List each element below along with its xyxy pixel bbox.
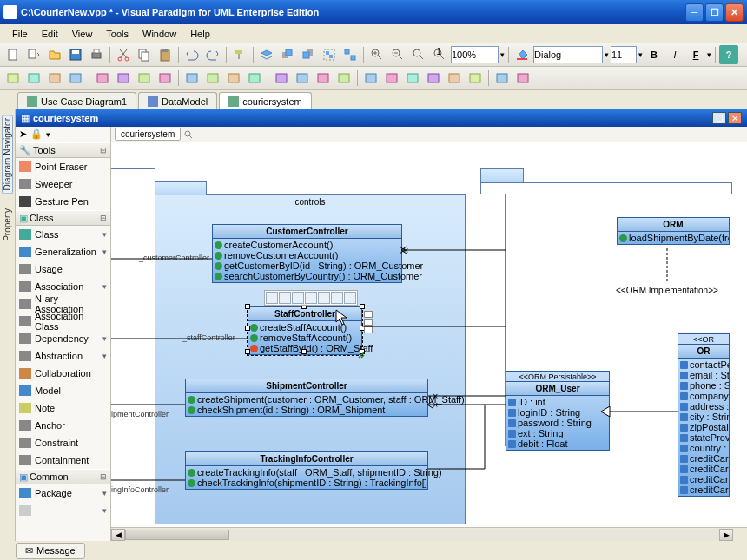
ft-btn-6[interactable] — [331, 292, 343, 304]
class-tracking-controller[interactable]: TrackingInfoController createTrackingInf… — [185, 451, 428, 490]
palette-item-more[interactable]: ▾ — [16, 502, 110, 519]
zoom-icon[interactable] — [184, 130, 193, 139]
ft-btn-5[interactable] — [318, 292, 330, 304]
diagram-btn-7[interactable] — [135, 69, 154, 88]
palette-item-association[interactable]: Association▾ — [16, 278, 110, 295]
scroll-right-button[interactable]: ▶ — [719, 529, 733, 541]
open-button[interactable] — [45, 45, 64, 64]
menu-file[interactable]: File — [5, 27, 35, 41]
palette-item-model[interactable]: Model — [16, 382, 110, 399]
horizontal-scrollbar[interactable]: ◀ ▶ — [111, 527, 747, 541]
selection-tool-icon[interactable]: ➤ — [19, 128, 27, 140]
italic-button[interactable]: I — [665, 45, 684, 64]
palette-item-package[interactable]: Package▾ — [16, 484, 110, 502]
diagram-btn-11[interactable] — [224, 69, 243, 88]
diagram-btn-2[interactable] — [24, 69, 43, 88]
print-button[interactable] — [87, 45, 106, 64]
palette-item-constraint[interactable]: Constraint — [16, 434, 110, 451]
diagram-btn-8[interactable] — [155, 69, 175, 88]
diagram-btn-18[interactable] — [382, 69, 401, 88]
tab-data-model[interactable]: DataModel — [138, 92, 217, 109]
diagram-btn-6[interactable] — [114, 69, 133, 88]
diagram-btn-20[interactable] — [424, 69, 443, 88]
diagram-btn-21[interactable] — [445, 69, 464, 88]
breadcrumb-item[interactable]: couriersystem — [115, 128, 181, 141]
palette-menu-icon[interactable]: ▾ — [46, 130, 50, 139]
diagram-btn-17[interactable] — [361, 69, 380, 88]
redo-button[interactable] — [203, 45, 222, 64]
copy-button[interactable] — [135, 45, 154, 64]
layers-button[interactable] — [257, 45, 276, 64]
palette-item-sweeper[interactable]: Sweeper — [16, 175, 110, 193]
class-staff-controller[interactable]: StaffController createStaffAccount() rem… — [248, 306, 362, 355]
ft-btn-2[interactable] — [279, 292, 291, 304]
palette-item-gesture-pen[interactable]: Gesture Pen — [16, 193, 110, 210]
palette-item-class[interactable]: Class▾ — [16, 226, 110, 243]
palette-item-anchor[interactable]: Anchor — [16, 417, 110, 434]
bring-front-button[interactable] — [278, 45, 297, 64]
font-combo[interactable] — [533, 46, 603, 63]
palette-item-collaboration[interactable]: Collaboration — [16, 365, 110, 382]
footer-message-tab[interactable]: ✉ Message — [16, 543, 85, 559]
group-button[interactable] — [320, 45, 339, 64]
menu-tools[interactable]: Tools — [99, 27, 136, 41]
sh-btn-1[interactable] — [364, 311, 373, 318]
ft-btn-3[interactable] — [292, 292, 304, 304]
diagram-btn-14[interactable] — [293, 69, 312, 88]
diagram-btn-13[interactable] — [272, 69, 291, 88]
ft-btn-1[interactable] — [266, 292, 278, 304]
maximize-button[interactable]: ☐ — [705, 3, 724, 22]
diagram-btn-23[interactable] — [492, 69, 512, 88]
palette-item-association-class[interactable]: Association Class — [16, 313, 110, 330]
fill-color-button[interactable] — [512, 45, 532, 64]
class-orm-right[interactable]: <<OR OR contactPe email : St phone : S c… — [678, 333, 730, 497]
diagram-btn-12[interactable] — [245, 69, 264, 88]
lock-icon[interactable]: 🔒 — [30, 128, 43, 140]
class-orm-user[interactable]: <<ORM Persistable>> ORM_User ID : int lo… — [506, 371, 610, 451]
ft-btn-7[interactable] — [344, 292, 356, 304]
palette-item-usage[interactable]: Usage — [16, 260, 110, 278]
scroll-left-button[interactable]: ◀ — [111, 529, 125, 541]
palette-section-tools[interactable]: 🔧 Tools ⊟ — [16, 142, 110, 158]
zoom-actual-button[interactable]: 1 — [430, 45, 449, 64]
palette-item-abstraction[interactable]: Abstraction▾ — [16, 347, 110, 365]
palette-item-note[interactable]: Note — [16, 399, 110, 417]
palette-item-point-eraser[interactable]: Point Eraser — [16, 158, 110, 175]
help-button[interactable]: ? — [719, 45, 738, 64]
diagram-btn-4[interactable] — [66, 69, 85, 88]
new-dropdown-button[interactable] — [24, 45, 43, 64]
scroll-thumb[interactable] — [125, 530, 229, 540]
sh-btn-2[interactable] — [364, 319, 373, 326]
side-tab-diagram-navigator[interactable]: Diagram Navigator — [2, 115, 13, 194]
menu-window[interactable]: Window — [136, 27, 183, 41]
palette-item-generalization[interactable]: Generalization▾ — [16, 243, 110, 260]
ft-btn-4[interactable] — [305, 292, 317, 304]
tab-couriersystem[interactable]: couriersystem — [219, 92, 311, 109]
resize-grip-icon[interactable] — [357, 351, 366, 359]
palette-item-dependency[interactable]: Dependency▾ — [16, 330, 110, 347]
tab-use-case-diagram[interactable]: Use Case Diagram1 — [17, 92, 136, 109]
palette-item-containment[interactable]: Containment — [16, 451, 110, 469]
send-back-button[interactable] — [299, 45, 318, 64]
ungroup-button[interactable] — [340, 45, 360, 64]
diagram-btn-16[interactable] — [334, 69, 354, 88]
undo-button[interactable] — [182, 45, 202, 64]
minimize-button[interactable]: ─ — [685, 3, 704, 22]
diagram-canvas[interactable]: controls _customerController _staffContr… — [111, 142, 747, 527]
diagram-btn-19[interactable] — [403, 69, 422, 88]
diagram-btn-9[interactable] — [182, 69, 202, 88]
diagram-btn-5[interactable] — [93, 69, 112, 88]
menu-help[interactable]: Help — [183, 27, 217, 41]
format-copy-button[interactable] — [230, 45, 249, 64]
class-orm-top[interactable]: ORM loadShipmentByDate(from — [617, 217, 730, 245]
diagram-btn-22[interactable] — [466, 69, 485, 88]
diagram-btn-15[interactable] — [314, 69, 333, 88]
close-button[interactable]: ✕ — [725, 3, 744, 22]
side-tab-property[interactable]: Property — [3, 206, 12, 244]
inner-close-button[interactable]: ✕ — [728, 112, 742, 124]
class-customer-controller[interactable]: CustomerController createCustomerAccount… — [212, 224, 402, 283]
font-size-combo[interactable] — [611, 46, 637, 63]
zoom-in-button[interactable] — [367, 45, 387, 64]
diagram-btn-24[interactable] — [513, 69, 532, 88]
new-button[interactable] — [3, 45, 23, 64]
